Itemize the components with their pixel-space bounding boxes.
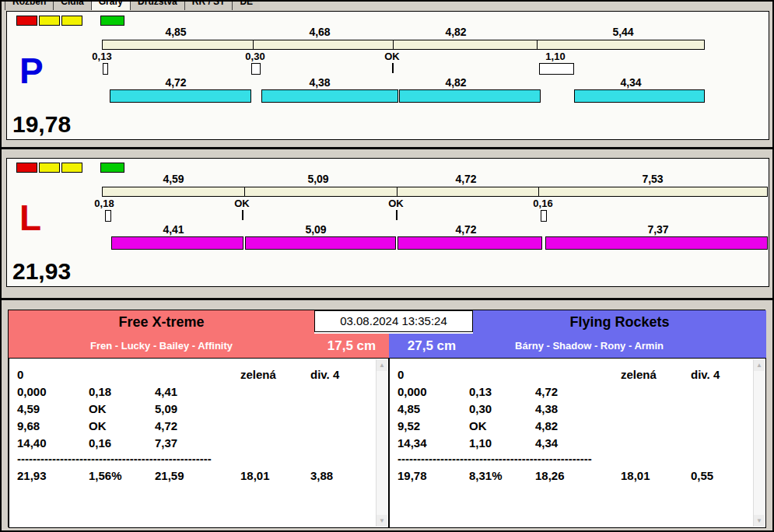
table-cell: 14,40 xyxy=(17,436,89,450)
table-summary-row: 21,93 1,56% 21,59 18,01 3,88 xyxy=(17,467,374,484)
start-light-yellow1-icon xyxy=(39,16,60,26)
right-team-table: 0 zelená div. 4 0,000 0,13 4,72 4,85 0,3… xyxy=(389,358,766,528)
table-cell: 1,56% xyxy=(89,469,155,482)
table-cell: div. 4 xyxy=(310,368,374,381)
tab-grafy[interactable]: Grafy xyxy=(91,2,131,10)
divider-dashes: ----------------------------------------… xyxy=(17,452,236,466)
scroll-down-icon[interactable]: ▼ xyxy=(376,515,387,527)
left-table-scrollbar[interactable]: ▲ ▼ xyxy=(376,359,387,527)
tab-rozbeh[interactable]: Rozbeh xyxy=(5,2,54,10)
table-cell: 0,55 xyxy=(691,469,751,482)
gap-ok-tick xyxy=(392,63,394,73)
table-summary-row: 19,78 8,31% 18,26 18,01 0,55 xyxy=(398,467,751,484)
tab-druzstva[interactable]: Družstva xyxy=(130,2,185,10)
start-light-green-icon xyxy=(100,163,124,173)
run-bar xyxy=(399,89,541,103)
table-cell: 0,18 xyxy=(89,385,155,398)
table-cell: OK xyxy=(89,419,155,432)
split-time: 4,85 xyxy=(165,26,186,38)
table-cell: 21,93 xyxy=(17,469,89,482)
table-cell: 3,88 xyxy=(310,469,374,482)
right-team-header: Flying Rockets xyxy=(473,310,766,334)
table-cell: 18,26 xyxy=(535,469,621,482)
start-light-green-icon xyxy=(100,16,124,26)
split-time: 4,68 xyxy=(309,26,330,38)
table-cell: 8,31% xyxy=(469,469,535,482)
run-time: 7,37 xyxy=(647,223,668,236)
table-cell: 21,59 xyxy=(155,469,240,482)
table-cell: 0,16 xyxy=(89,436,155,450)
right-jump-height: 27,5 cm xyxy=(389,334,475,358)
table-row: 0 zelená div. 4 xyxy=(17,366,374,383)
cumulative-time-bar xyxy=(102,187,768,197)
table-row: 0,000 0,18 4,41 xyxy=(17,383,374,400)
table-cell: 7,37 xyxy=(155,436,240,450)
gap-marker xyxy=(251,63,261,75)
run-bar xyxy=(398,236,542,250)
table-cell: 4,59 xyxy=(17,402,89,415)
run-time: 4,38 xyxy=(309,76,330,89)
table-cell: 0 xyxy=(398,368,469,381)
separator xyxy=(2,147,772,149)
start-light-yellow1-icon xyxy=(39,163,60,173)
scroll-up-icon[interactable]: ▲ xyxy=(754,359,765,371)
tab-rr-st[interactable]: RR / ST xyxy=(184,2,233,10)
run-time: 4,82 xyxy=(445,76,466,89)
table-cell: zelená xyxy=(621,368,691,381)
table-cell: 0,13 xyxy=(469,385,535,398)
gap-time: OK xyxy=(384,51,400,62)
table-cell: 0,30 xyxy=(469,402,535,415)
split-time: 5,09 xyxy=(307,173,328,185)
tab-cidla[interactable]: Čidla xyxy=(53,2,91,10)
scroll-up-icon[interactable]: ▲ xyxy=(376,359,387,371)
gap-time: 0,16 xyxy=(533,198,552,209)
table-cell: 18,01 xyxy=(621,469,691,482)
gap-time: 0,30 xyxy=(245,51,264,62)
gap-time: 0,18 xyxy=(94,198,114,209)
table-row: 14,34 1,10 4,34 xyxy=(398,434,751,451)
right-team-subheader: 27,5 cm Bárny - Shadow - Rony - Armin xyxy=(389,334,766,358)
table-cell: 0,000 xyxy=(17,385,89,398)
split-time: 4,82 xyxy=(445,26,466,38)
right-team-name: Flying Rockets xyxy=(473,310,766,334)
table-row: 14,40 0,16 7,37 xyxy=(17,434,374,451)
table-cell: OK xyxy=(89,402,155,415)
split-time: 5,44 xyxy=(612,26,633,38)
lane-total-time: 19,78 xyxy=(12,111,71,138)
table-cell: 4,82 xyxy=(535,419,621,432)
timestamp: 03.08.2024 13:35:24 xyxy=(314,310,473,332)
table-cell: 18,01 xyxy=(240,469,310,482)
app-window: Rozbeh Čidla Grafy Družstva RR / ST DE P… xyxy=(0,0,774,532)
lane-panel-p: P 19,78 4,85 4,68 4,82 5,44 0,13 0,30 OK… xyxy=(6,11,769,140)
run-time: 4,72 xyxy=(455,223,476,236)
lane-letter: P xyxy=(19,52,44,89)
run-time: 4,34 xyxy=(620,76,641,89)
left-team-table: 0 zelená div. 4 0,000 0,18 4,41 4,59 OK … xyxy=(9,358,389,528)
start-light-yellow2-icon xyxy=(61,16,82,26)
tab-bar: Rozbeh Čidla Grafy Družstva RR / ST DE xyxy=(5,2,260,10)
left-team-members: Fren - Lucky - Bailey - Affinity xyxy=(9,334,314,358)
scroll-down-icon[interactable]: ▼ xyxy=(754,515,765,527)
table-cell: 4,72 xyxy=(155,419,240,432)
run-bar xyxy=(545,236,768,250)
tab-de[interactable]: DE xyxy=(232,2,260,10)
table-cell: 0 xyxy=(17,368,89,381)
run-bar xyxy=(261,89,398,103)
table-cell: 4,41 xyxy=(155,385,240,398)
table-row: 9,52 OK 4,82 xyxy=(398,417,751,434)
table-cell: 9,68 xyxy=(17,419,89,432)
table-row: 0 zelená div. 4 xyxy=(398,366,751,383)
run-time: 5,09 xyxy=(305,223,326,236)
left-team-header: Free X-treme xyxy=(9,310,314,334)
lane-panel-l: L 21,93 4,59 5,09 4,72 7,53 0,18 OK OK 0… xyxy=(6,158,769,287)
table-cell: 4,85 xyxy=(398,402,469,415)
table-cell: div. 4 xyxy=(691,368,751,381)
table-cell: OK xyxy=(469,419,535,432)
left-team-subheader: Fren - Lucky - Bailey - Affinity 17,5 cm xyxy=(9,334,389,358)
right-team-members: Bárny - Shadow - Rony - Armin xyxy=(475,334,766,358)
run-bar xyxy=(110,89,251,103)
gap-marker xyxy=(103,63,108,75)
gap-time: OK xyxy=(388,198,404,209)
right-table-scrollbar[interactable]: ▲ ▼ xyxy=(753,359,765,527)
gap-time: 0,13 xyxy=(92,51,111,62)
